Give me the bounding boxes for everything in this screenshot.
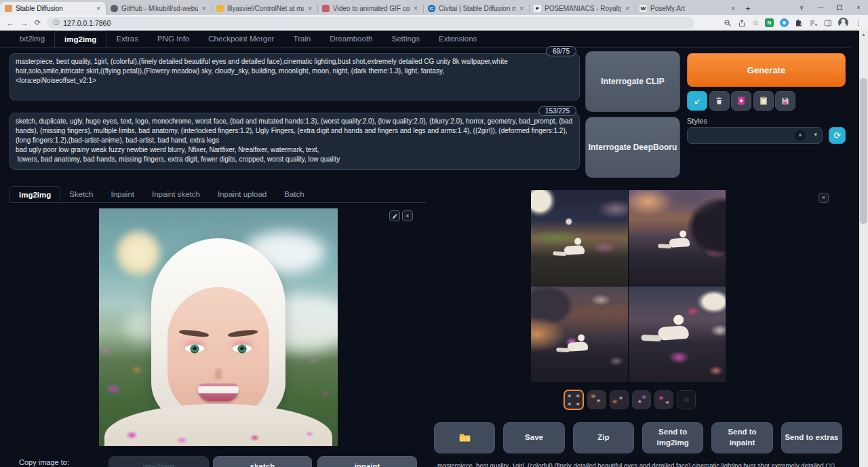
reading-list-icon[interactable] [809, 19, 818, 27]
zip-button[interactable]: Zip [573, 422, 634, 453]
edit-image-button[interactable] [389, 210, 400, 221]
tab-close-icon[interactable]: × [519, 5, 524, 12]
save-button[interactable]: Save [503, 422, 564, 453]
tab-checkpoint-merger[interactable]: Checkpoint Merger [199, 31, 283, 48]
tab-close-icon[interactable]: × [307, 5, 313, 12]
tab-close-icon[interactable]: × [96, 5, 101, 12]
main-nav-tabs: txt2img img2img Extras PNG Info Checkpoi… [0, 31, 851, 48]
tab-close-icon[interactable]: × [625, 5, 630, 12]
page-scrollbar[interactable]: ▲ [859, 31, 868, 467]
thumbnail-4[interactable] [632, 390, 651, 409]
tab-dreambooth[interactable]: Dreambooth [320, 31, 382, 48]
copy-image-to-row: Copy image to: img2img sketch inpaint [9, 452, 426, 467]
tab-settings[interactable]: Settings [382, 31, 430, 48]
mode-tab-sketch[interactable]: Sketch [60, 186, 102, 202]
send-to-inpaint-button[interactable]: Send to inpaint [711, 422, 772, 453]
result-image-2[interactable] [629, 190, 726, 286]
apply-styles-button[interactable] [753, 91, 774, 111]
browser-tab-gif-converter[interactable]: Video to animated GIF converter × [317, 2, 423, 15]
prompt-input[interactable]: masterpiece, best quality, 1girl, (color… [9, 53, 580, 100]
scrollbar-thumb[interactable] [860, 78, 867, 224]
extensions-puzzle-icon[interactable] [795, 19, 803, 27]
maximize-button[interactable] [830, 0, 849, 15]
tab-close-icon[interactable]: × [201, 5, 207, 12]
browser-tab-github[interactable]: GitHub - Mikubill/sd-webui-co × [106, 2, 212, 15]
tab-train[interactable]: Train [283, 31, 320, 48]
mode-tab-inpaint[interactable]: Inpaint [102, 186, 143, 202]
styles-clear-icon[interactable]: × [795, 130, 806, 141]
paste-generation-params-button[interactable]: ↙ [687, 91, 707, 111]
source-image[interactable] [99, 208, 338, 446]
zoom-icon[interactable] [724, 19, 732, 27]
side-panel-icon[interactable] [824, 19, 832, 27]
interrogate-clip-button[interactable]: Interrogate CLIP [585, 51, 680, 112]
result-image-4[interactable] [629, 286, 726, 382]
tab-img2img[interactable]: img2img [54, 31, 106, 48]
extension-blue-icon[interactable] [780, 18, 789, 27]
scrollbar-up-arrow[interactable]: ▲ [859, 31, 868, 39]
gallery-close-button[interactable]: × [818, 193, 829, 203]
copy-to-sketch-button[interactable]: sketch [213, 456, 312, 467]
tab-extras[interactable]: Extras [106, 31, 148, 48]
browser-tab-posemyart[interactable]: W PoseMy.Art × [635, 2, 741, 15]
back-icon[interactable]: ← [6, 18, 14, 28]
tab-title: POSEMANIACS - Royalty free 3 [545, 5, 621, 12]
clipboard-icon [760, 96, 768, 105]
remove-image-button[interactable]: × [402, 210, 413, 221]
mode-tab-batch[interactable]: Batch [275, 186, 313, 202]
tab-search-chevron-icon[interactable]: ∨ [792, 0, 811, 15]
prompt-column: 69/75 masterpiece, best quality, 1girl, … [9, 53, 580, 172]
bookmark-star-icon[interactable]: ☆ [752, 18, 759, 27]
browser-tab-posemaniacs[interactable]: P POSEMANIACS - Royalty free 3 × [529, 2, 635, 15]
generate-button[interactable]: Generate [687, 53, 846, 87]
thumbnail-3[interactable] [610, 390, 629, 409]
tab-close-icon[interactable]: × [730, 5, 736, 12]
styles-dropdown[interactable]: × ▾ [687, 127, 823, 144]
thumbnail-5[interactable] [654, 390, 673, 409]
result-image-1[interactable] [531, 190, 628, 286]
share-icon[interactable] [738, 19, 746, 27]
new-tab-button[interactable]: + [741, 2, 755, 15]
negative-prompt-input[interactable]: sketch, duplicate, ugly, huge eyes, text… [9, 113, 580, 170]
browser-tab-civitai[interactable]: C Civitai | Stable Diffusion model × [423, 2, 529, 15]
mode-tab-inpaint-upload[interactable]: Inpaint upload [209, 186, 275, 202]
extension-n-icon[interactable]: N [765, 18, 774, 27]
result-image-3[interactable] [531, 286, 628, 382]
result-image-grid[interactable] [531, 190, 726, 382]
send-to-img2img-button[interactable]: Send to img2img [642, 422, 703, 453]
mode-tab-inpaint-sketch[interactable]: Inpaint sketch [143, 186, 209, 202]
browser-tab-stable-diffusion[interactable]: Stable Diffusion × [0, 2, 106, 15]
folder-icon [459, 433, 471, 443]
posemyart-favicon: W [639, 5, 647, 12]
copy-to-inpaint-button[interactable]: inpaint [317, 456, 417, 467]
save-style-button[interactable] [775, 91, 795, 111]
clear-prompt-button[interactable] [709, 91, 730, 111]
open-folder-button[interactable] [434, 422, 495, 453]
reload-icon[interactable]: ⟳ [35, 18, 41, 27]
minimize-button[interactable]: — [811, 0, 830, 15]
site-info-icon[interactable]: ⓘ [53, 18, 59, 27]
url-text: 127.0.0.1:7860 [63, 19, 111, 27]
tab-extensions[interactable]: Extensions [429, 31, 486, 48]
copy-to-img2img-button: img2img [108, 456, 209, 467]
address-bar[interactable]: ⓘ 127.0.0.1:7860 [47, 17, 694, 29]
extra-networks-button[interactable] [731, 91, 751, 111]
tab-close-icon[interactable]: × [413, 5, 418, 12]
send-to-extras-button[interactable]: Send to extras [781, 422, 842, 453]
screen: Stable Diffusion × GitHub - Mikubill/sd-… [0, 0, 868, 467]
tab-png-info[interactable]: PNG Info [148, 31, 199, 48]
window-close-button[interactable]: × [849, 0, 868, 15]
mode-tab-img2img[interactable]: img2img [9, 186, 60, 202]
browser-menu-icon[interactable]: ⋮ [854, 18, 862, 27]
interrogate-deepbooru-button[interactable]: Interrogate DeepBooru [585, 117, 680, 178]
forward-icon[interactable]: → [20, 18, 28, 28]
profile-avatar[interactable] [838, 18, 848, 28]
browser-tab-controlnet[interactable]: Illyasviel/ControlNet at main × [212, 2, 317, 15]
thumbnail-1[interactable] [564, 390, 584, 410]
tab-txt2img[interactable]: txt2img [10, 31, 54, 48]
maximize-icon [837, 5, 842, 10]
refresh-styles-button[interactable]: ⟳ [829, 127, 846, 144]
token-counter: 69/75 [546, 46, 576, 56]
thumbnail-6[interactable] [677, 390, 696, 409]
thumbnail-2[interactable] [587, 390, 606, 409]
